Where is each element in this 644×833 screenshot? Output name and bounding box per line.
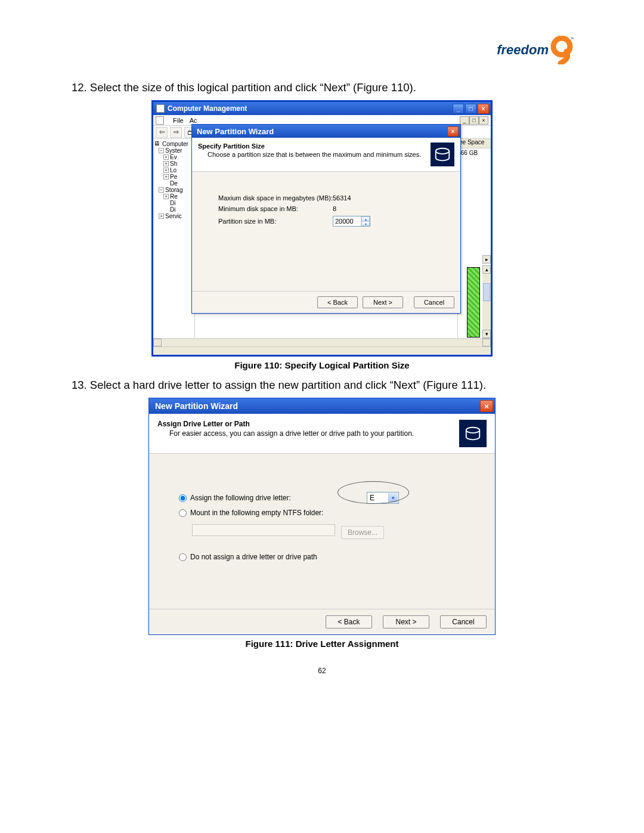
maximize-button[interactable]: □ (465, 104, 476, 114)
wizard2-title: New Partition Wizard (155, 401, 238, 411)
scroll-up-arrow[interactable]: ▴ (482, 265, 491, 274)
radio-no-letter-label: Do not assign a drive letter or drive pa… (190, 553, 317, 561)
min-disk-value: 8 (333, 205, 336, 212)
page-number: 62 (72, 667, 572, 675)
toolbar-forward-button[interactable]: ⇨ (170, 127, 182, 138)
disk-icon (459, 420, 487, 447)
screenshot-computer-management: Computer Management _ □ × File Ac _ □ × … (151, 100, 493, 357)
next-button[interactable]: Next > (383, 615, 429, 628)
tree-perf-logs[interactable]: Pe (170, 174, 177, 180)
mdi-restore-button[interactable]: □ (469, 116, 479, 125)
wizard2-subheading: For easier access, you can assign a driv… (169, 429, 454, 438)
cm-title: Computer Management (168, 104, 247, 113)
column-free-space[interactable]: ee Space (458, 139, 491, 148)
toolbar-back-button[interactable]: ⇦ (156, 127, 168, 138)
tree-expand-icon[interactable]: + (159, 213, 164, 219)
partition-size-spinner[interactable]: ▴ ▾ (333, 216, 370, 227)
tree-expand-icon[interactable]: − (159, 148, 164, 153)
tree-expand-icon[interactable]: + (163, 161, 169, 166)
tree-expand-icon[interactable]: + (163, 194, 169, 199)
wizard-subheading: Choose a partition size that is between … (208, 151, 426, 158)
figure-110-caption: Figure 110: Specify Logical Partition Si… (72, 360, 572, 370)
wizard2-heading: Assign Drive Letter or Path (157, 420, 454, 428)
tree-local-users[interactable]: Lo (170, 167, 177, 174)
tree-services[interactable]: Servic (165, 213, 182, 219)
wizard-body: Maxium disk space in megabytes (MB): 563… (192, 172, 460, 291)
menu-action[interactable]: Ac (190, 117, 197, 124)
tree-root[interactable]: Computer (162, 141, 188, 147)
back-button[interactable]: < Back (317, 296, 358, 308)
minimize-button[interactable]: _ (453, 104, 464, 114)
computer-icon: 🖥 (154, 140, 161, 147)
wizard2-titlebar: New Partition Wizard × (149, 398, 495, 414)
cm-hscrollbar[interactable] (153, 338, 491, 346)
tree-system-tools[interactable]: Syster (165, 147, 182, 154)
wizard-title: New Partition Wizard (197, 127, 274, 136)
partition-size-input[interactable] (333, 217, 361, 225)
tree-device-mgr[interactable]: De (170, 180, 178, 187)
tree-expand-icon[interactable]: + (163, 168, 169, 173)
max-disk-value: 56314 (333, 194, 351, 202)
cancel-button[interactable]: Cancel (414, 296, 454, 308)
disk-partition-strip[interactable] (467, 267, 480, 337)
tree-expand-icon[interactable]: + (163, 174, 169, 179)
free-space-value: .66 GB (458, 148, 491, 157)
annotation-oval (338, 481, 409, 504)
tree-removable[interactable]: Re (170, 193, 178, 200)
close-button[interactable]: × (478, 104, 489, 114)
browse-button[interactable]: Browse... (341, 526, 384, 539)
hscroll-right-arrow[interactable] (482, 339, 491, 346)
wizard2-header: Assign Drive Letter or Path For easier a… (149, 414, 495, 454)
tree-shared-folders[interactable]: Sh (170, 160, 177, 167)
new-partition-wizard-dialog: New Partition Wizard × Specify Partition… (191, 124, 461, 314)
spinner-up-icon[interactable]: ▴ (361, 216, 370, 221)
brand-logo: freedom ™ (497, 36, 574, 64)
scroll-down-arrow[interactable]: ▾ (482, 330, 491, 338)
radio-no-letter[interactable] (179, 553, 187, 561)
wizard-titlebar: New Partition Wizard × (192, 125, 460, 138)
min-disk-label: Minimum disk space in MB: (218, 205, 333, 212)
ntfs-folder-input[interactable] (192, 524, 335, 536)
vertical-scrollbar[interactable]: ▴ ▾ (482, 265, 491, 338)
step-12-text: 12. Select the size of this logical part… (72, 81, 572, 94)
screenshot-assign-drive-letter: New Partition Wizard × Assign Drive Lett… (148, 398, 496, 635)
cm-tree[interactable]: 🖥Computer −Syster +Ev +Sh +Lo +Pe De −St… (153, 139, 195, 338)
tree-disk-mgmt[interactable]: Di (170, 206, 175, 213)
tree-event-viewer[interactable]: Ev (170, 154, 177, 160)
next-button[interactable]: Next > (363, 296, 403, 308)
disk-icon (431, 143, 454, 166)
brand-logo-text: freedom (497, 42, 549, 58)
mdi-doc-icon (156, 116, 164, 125)
svg-point-3 (466, 428, 480, 433)
svg-text:™: ™ (570, 36, 574, 42)
radio-assign-letter[interactable] (179, 494, 187, 502)
tree-expand-icon[interactable]: + (163, 154, 169, 160)
wizard-close-button[interactable]: × (447, 126, 459, 137)
brand-logo-nine-icon: ™ (550, 36, 574, 64)
wizard2-body: Assign the following drive letter: E ▾ M… (149, 454, 495, 609)
wizard2-close-button[interactable]: × (480, 400, 493, 412)
hscroll-right-arrow[interactable]: ▸ (482, 255, 491, 264)
figure-111-caption: Figure 111: Drive Letter Assignment (72, 639, 572, 649)
tree-storage[interactable]: Storag (165, 187, 182, 193)
tree-expand-icon[interactable]: − (159, 187, 164, 193)
spinner-down-icon[interactable]: ▾ (361, 221, 370, 226)
cm-titlebar: Computer Management _ □ × (153, 102, 491, 115)
hscroll-left-arrow[interactable] (153, 339, 162, 346)
wizard-header: Specify Partition Size Choose a partitio… (192, 138, 460, 172)
wizard2-footer: < Back Next > Cancel (149, 609, 495, 634)
radio-mount-folder-label: Mount in the following empty NTFS folder… (190, 509, 323, 517)
step-13-text: 13. Select a hard drive letter to assign… (72, 379, 572, 392)
partition-size-label: Partition size in MB: (218, 218, 333, 225)
cancel-button[interactable]: Cancel (440, 615, 487, 628)
menu-file[interactable]: File (173, 117, 184, 124)
radio-mount-folder[interactable] (179, 509, 187, 517)
max-disk-label: Maxium disk space in megabytes (MB): (218, 194, 333, 202)
cm-statusbar (153, 346, 491, 355)
back-button[interactable]: < Back (326, 615, 372, 628)
tree-disk-defrag[interactable]: Di (170, 200, 175, 206)
svg-point-2 (436, 148, 450, 154)
scroll-thumb[interactable] (483, 283, 490, 301)
mdi-close-button[interactable]: × (479, 116, 488, 125)
mdi-minimize-button[interactable]: _ (460, 116, 469, 125)
